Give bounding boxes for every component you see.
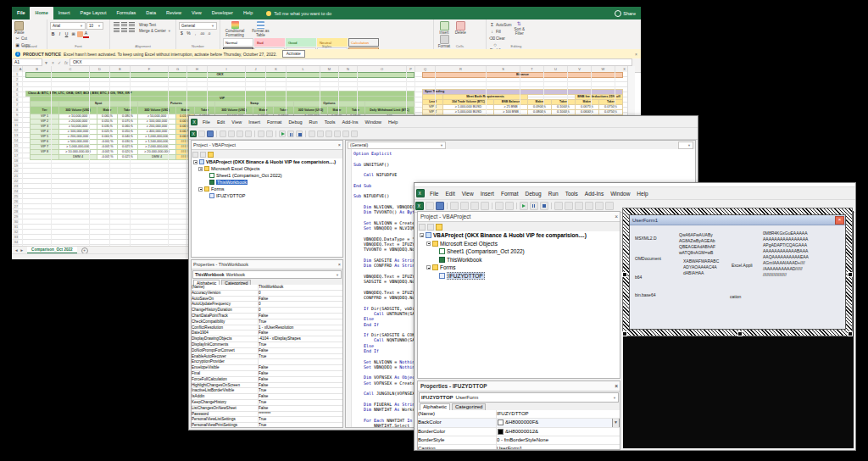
clear-button[interactable]: ⌫Clear bbox=[489, 36, 512, 42]
userform-close-icon[interactable]: × bbox=[835, 216, 844, 225]
okx-data-cell[interactable]: 0.025% bbox=[118, 155, 138, 160]
property-row-enableautorecover[interactable]: EnableAutoRecoverTrue bbox=[192, 354, 342, 360]
vbe-back-menu-debug[interactable]: Debug bbox=[285, 119, 305, 125]
ribbon-tab-view[interactable]: View bbox=[186, 7, 207, 19]
vbe-front-menu-run[interactable]: Run bbox=[545, 191, 562, 197]
property-row-listchangesonnewsheet[interactable]: ListChangesOnNewSheetFalse bbox=[192, 406, 342, 412]
dropdown-icon[interactable]: ▼ bbox=[612, 419, 620, 426]
userform-label-omdocument[interactable]: OMDocument bbox=[635, 256, 661, 262]
property-row-bordercolor[interactable]: BorderColor&H80000012& bbox=[418, 428, 620, 436]
ribbon-tab-review[interactable]: Review bbox=[161, 7, 186, 19]
property-row-keepchangehistory[interactable]: KeepChangeHistoryTrue bbox=[192, 400, 342, 406]
align-right-icon[interactable] bbox=[129, 28, 135, 33]
column-header-W[interactable]: W bbox=[592, 66, 615, 72]
view-code-button[interactable] bbox=[419, 224, 426, 230]
name-box[interactable]: A1 bbox=[12, 58, 42, 66]
vbe-front-menu-edit[interactable]: Edit bbox=[442, 191, 458, 197]
tree-item-vbaproject-okx-binance-huobi-v[interactable]: VBAProject (OKX Binance & Huobi VIP fee … bbox=[418, 231, 620, 240]
tree-expander-icon[interactable] bbox=[198, 167, 203, 171]
formula-input[interactable]: OKX bbox=[70, 58, 632, 66]
bold-button[interactable]: B bbox=[50, 31, 56, 37]
okx-col-header[interactable]: 30D Volume (USD) bbox=[215, 107, 253, 114]
ribbon-tab-data[interactable]: Data bbox=[141, 7, 161, 19]
column-header-P[interactable]: P bbox=[407, 66, 415, 72]
property-row-personalviewprintsettings[interactable]: PersonalViewPrintSettingsTrue bbox=[192, 423, 342, 427]
merge-center-button[interactable]: Merge & Center▼ bbox=[139, 29, 171, 33]
vbe-front-menu-file[interactable]: File bbox=[426, 191, 442, 197]
declarations-combo[interactable]: ▼ bbox=[678, 142, 693, 149]
property-value[interactable]: ******** bbox=[259, 412, 342, 417]
property-value[interactable]: False bbox=[259, 377, 342, 382]
okx-col-header[interactable]: Taker bbox=[347, 107, 365, 114]
okx-col-header[interactable]: 30D Volume (USD) bbox=[59, 107, 97, 114]
fill-color-button[interactable] bbox=[77, 31, 83, 37]
property-value[interactable]: False bbox=[259, 394, 342, 399]
design-mode-icon[interactable] bbox=[309, 131, 315, 137]
notice-close-icon[interactable]: × bbox=[635, 52, 637, 57]
property-value[interactable]: 0 bbox=[259, 291, 342, 296]
tree-item-ifuzydttop[interactable]: IFUZYDTTOP bbox=[418, 272, 620, 280]
autosum-button[interactable]: ΣAutoSum bbox=[489, 22, 512, 28]
tree-item-thisworkbook[interactable]: ThisWorkbook bbox=[418, 256, 620, 264]
userform-body[interactable]: MSXML2.DOMDocumentb64bin.base64QwA6AFwAU… bbox=[630, 225, 845, 329]
paste-icon[interactable] bbox=[470, 202, 479, 210]
vbe-front-menu-insert[interactable]: Insert bbox=[477, 191, 498, 197]
vbe-back-menu-help[interactable]: Help bbox=[385, 119, 401, 125]
vbe-back-menu-edit[interactable]: Edit bbox=[214, 119, 228, 125]
ribbon-tab-home[interactable]: Home bbox=[30, 7, 53, 19]
property-row-encryptionprovider[interactable]: EncryptionProvider bbox=[192, 359, 342, 365]
property-value[interactable]: True bbox=[259, 400, 342, 405]
column-header-C[interactable]: C bbox=[52, 66, 90, 72]
property-value[interactable] bbox=[259, 359, 342, 364]
column-header-T[interactable]: T bbox=[520, 66, 544, 72]
tree-expander-icon[interactable] bbox=[426, 265, 431, 269]
property-row-displaydrawingobjects[interactable]: DisplayDrawingObjects-4104 - xlDisplaySh… bbox=[192, 336, 342, 342]
resize-handle[interactable] bbox=[848, 331, 853, 336]
column-header-E[interactable]: E bbox=[110, 66, 131, 72]
property-value[interactable]: -4104 - xlDisplayShapes bbox=[259, 336, 342, 342]
font-color-button[interactable]: A bbox=[83, 31, 89, 38]
column-header-U[interactable]: U bbox=[544, 66, 568, 72]
vbe-back-menu-window[interactable]: Window bbox=[362, 119, 386, 125]
reset-icon[interactable] bbox=[296, 131, 303, 137]
userform-label-base64-path[interactable]: QwA6AFwAUABy AG8AZwByAGEAb QBEAGEAdABhAF… bbox=[679, 232, 715, 256]
property-value[interactable]: 0 bbox=[259, 302, 342, 307]
property-row-forcefullcalculation[interactable]: ForceFullCalculationFalse bbox=[192, 377, 342, 383]
property-value[interactable]: IFUZYDTTOP bbox=[497, 410, 620, 418]
wrap-text-button[interactable]: Wrap Text bbox=[139, 23, 156, 27]
okx-col-header[interactable]: Taker bbox=[195, 107, 215, 114]
cut-icon[interactable] bbox=[220, 131, 226, 137]
property-value[interactable]: &H80000012& bbox=[497, 428, 620, 436]
table-cell[interactable] bbox=[423, 78, 623, 90]
toggle-folders-button[interactable] bbox=[436, 224, 442, 230]
column-header-Q[interactable]: Q bbox=[415, 66, 436, 72]
property-value[interactable]: False bbox=[259, 406, 342, 411]
vbe-back-menu-view[interactable]: View bbox=[228, 119, 245, 125]
align-bottom-icon[interactable] bbox=[129, 22, 135, 27]
userform-label-base64-file[interactable]: XABWAFMARABC ADYAOAA4AC4A dABIAHAA bbox=[683, 258, 719, 276]
column-header-H[interactable]: H bbox=[187, 66, 208, 72]
property-row-name[interactable]: (Name)IFUZYDTTOP bbox=[418, 410, 620, 419]
tree-item-microsoft-excel-objects[interactable]: Microsoft Excel Objects bbox=[192, 165, 342, 172]
align-middle-icon[interactable] bbox=[121, 22, 127, 27]
tree-item-forms[interactable]: Forms bbox=[192, 186, 342, 192]
properties-window-icon[interactable] bbox=[326, 131, 332, 137]
ribbon-tab-page-layout[interactable]: Page Layout bbox=[75, 7, 112, 19]
property-row-date1904[interactable]: Date1904False bbox=[192, 330, 342, 336]
resize-handle[interactable] bbox=[848, 272, 853, 277]
copy-icon[interactable] bbox=[228, 131, 235, 137]
property-value[interactable]: False bbox=[259, 371, 342, 376]
column-header-M[interactable]: M bbox=[320, 66, 339, 72]
ribbon-tab-formulas[interactable]: Formulas bbox=[111, 7, 141, 19]
property-row-envelopevisible[interactable]: EnvelopeVisibleFalse bbox=[192, 365, 342, 371]
properties-window-icon[interactable] bbox=[575, 202, 583, 210]
redo-icon[interactable] bbox=[505, 202, 514, 210]
tree-item-sheet1-comparison-oct-2022-[interactable]: Sheet1 (Comparison_Oct 2022) bbox=[418, 247, 620, 256]
project-explorer-icon[interactable] bbox=[565, 202, 573, 210]
excel-icon[interactable] bbox=[415, 202, 424, 210]
userform-label-excel-appli[interactable]: Excel.Appli bbox=[732, 263, 753, 269]
tree-expander-icon[interactable] bbox=[426, 242, 431, 246]
align-center-icon[interactable] bbox=[121, 28, 127, 33]
okx-col-header[interactable]: 30D Volume (USD) bbox=[294, 107, 328, 114]
property-row-final[interactable]: FinalFalse bbox=[192, 371, 342, 377]
